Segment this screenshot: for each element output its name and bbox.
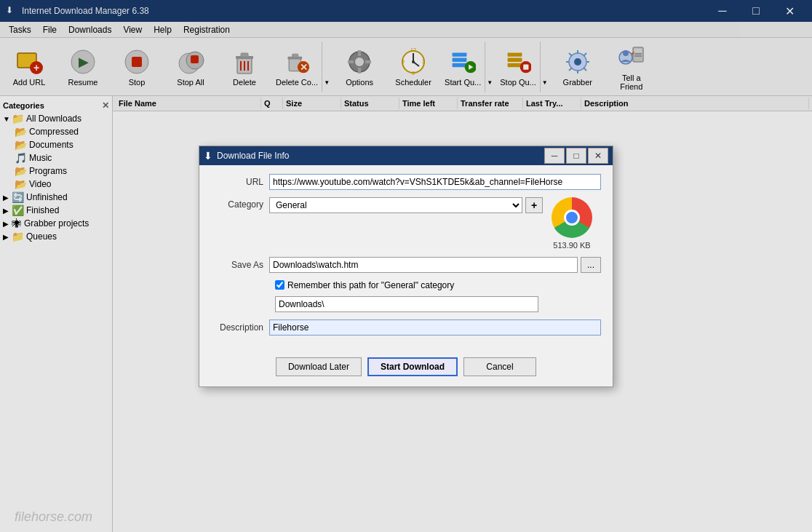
remember-path-row: Remember this path for "General" categor… (275, 280, 601, 290)
description-control (269, 319, 601, 336)
modal-title-bar: ⬇ Download File Info ─ □ ✕ (199, 146, 613, 165)
category-select[interactable]: General Compressed Documents Music Progr… (269, 197, 522, 213)
category-row-inner: General Compressed Documents Music Progr… (269, 197, 543, 213)
remember-label: Remember this path for "General" categor… (287, 280, 454, 290)
category-control: General Compressed Documents Music Progr… (269, 197, 543, 213)
description-row: Description (211, 319, 601, 336)
description-label: Description (211, 322, 269, 333)
url-row: URL (211, 174, 601, 190)
saveas-input[interactable] (269, 257, 578, 273)
modal-minimize[interactable]: ─ (544, 148, 565, 164)
description-input[interactable] (269, 319, 601, 336)
category-row: Category General Compressed Documents Mu… (211, 197, 601, 250)
cancel-button[interactable]: Cancel (463, 357, 536, 376)
saveas-control: ... (269, 257, 601, 273)
saveas-label: Save As (211, 260, 269, 270)
start-download-button[interactable]: Start Download (367, 357, 458, 376)
modal-footer: Download Later Start Download Cancel (199, 352, 613, 386)
browse-button[interactable]: ... (581, 257, 601, 273)
chrome-icon-area: 513.90 KB (543, 197, 601, 250)
url-label: URL (211, 177, 269, 187)
modal-maximize[interactable]: □ (566, 148, 586, 164)
url-control (269, 174, 601, 190)
chrome-inner-circle (564, 210, 580, 226)
path-row (275, 296, 601, 312)
remember-checkbox[interactable] (275, 280, 284, 290)
add-category-button[interactable]: + (525, 197, 543, 213)
saveas-row: Save As ... (211, 257, 601, 273)
modal-controls: ─ □ ✕ (544, 148, 608, 164)
url-input[interactable] (269, 174, 601, 190)
modal-overlay: ⬇ Download File Info ─ □ ✕ URL Category (0, 0, 812, 532)
modal-title: Download File Info (217, 151, 540, 161)
download-later-button[interactable]: Download Later (276, 357, 362, 376)
chrome-icon (552, 197, 592, 238)
path-input[interactable] (275, 296, 538, 312)
file-size: 513.90 KB (553, 241, 590, 250)
category-label: Category (211, 199, 269, 210)
modal-body: URL Category General Compressed Document… (199, 165, 613, 352)
modal-icon: ⬇ (204, 150, 212, 162)
modal-close[interactable]: ✕ (588, 148, 608, 164)
saveas-row-inner: ... (269, 257, 601, 273)
download-file-info-dialog: ⬇ Download File Info ─ □ ✕ URL Category (199, 146, 613, 387)
